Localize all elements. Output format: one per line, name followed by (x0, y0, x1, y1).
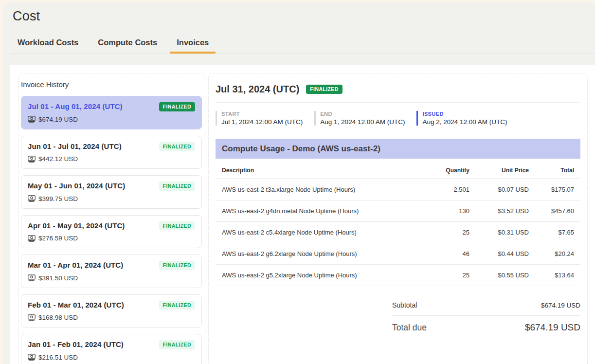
subtotal-label: Subtotal (392, 301, 417, 309)
invoice-amount: $391.50 USD (38, 274, 78, 282)
invoice-period: Apr 01 - May 01, 2024 (UTC) (28, 221, 125, 230)
row-description: AWS us-east-2 t3a.xlarge Node Uptime (Ho… (216, 179, 411, 200)
meta-end-label: END (320, 111, 405, 117)
col-quantity: Quantity (411, 159, 469, 179)
invoice-amount: $276.59 USD (38, 235, 78, 242)
row-unit-price: $0.55 USD (469, 265, 529, 286)
invoice-detail-title: Jul 31, 2024 (UTC) (216, 84, 299, 95)
meta-end: END Aug 1, 2024 12:00 AM (UTC) (314, 111, 405, 126)
table-row: AWS us-east-2 g5.2xlarge Node Uptime (Ho… (216, 265, 580, 286)
invoice-period: Mar 01 - Apr 01, 2024 (UTC) (28, 261, 123, 269)
total-due-label: Total due (392, 323, 427, 333)
status-badge: FINALIZED (159, 261, 195, 270)
meta-issued-value: Aug 2, 2024 12:00 AM (UTC) (422, 118, 507, 126)
banknote-icon (28, 274, 36, 281)
meta-start-label: START (221, 111, 303, 117)
invoice-period: Jun 01 - Jul 01, 2024 (UTC) (28, 142, 122, 150)
table-row: AWS us-east-2 g4dn.metal Node Uptime (Ho… (216, 200, 580, 222)
invoice-amount: $216.51 USD (38, 354, 78, 361)
row-total: $20.24 (529, 243, 580, 265)
row-total: $457.60 (529, 200, 580, 222)
status-badge: FINALIZED (159, 221, 195, 231)
cost-page: Cost Workload Costs Compute Costs Invoic… (3, 2, 595, 364)
invoice-meta-row: START Jul 1, 2024 12:00 AM (UTC) END Aug… (216, 111, 580, 126)
meta-start: START Jul 1, 2024 12:00 AM (UTC) (216, 111, 303, 126)
divider (216, 102, 580, 103)
tab-invoices[interactable]: Invoices (177, 38, 209, 54)
banknote-icon (28, 354, 36, 361)
tab-bar: Workload Costs Compute Costs Invoices (11, 38, 595, 54)
invoice-list-item-jun[interactable]: Jun 01 - Jul 01, 2024 (UTC) FINALIZED $4… (21, 136, 202, 169)
usage-table-header-row: Description Quantity Unit Price Total (216, 159, 580, 179)
row-unit-price: $0.44 USD (469, 243, 529, 265)
row-description: AWS us-east-2 c5.4xlarge Node Uptime (Ho… (216, 222, 411, 243)
invoice-period: Jul 01 - Aug 01, 2024 (UTC) (28, 102, 123, 110)
invoice-list-item-jan[interactable]: Jan 01 - Feb 01, 2024 (UTC) FINALIZED $2… (21, 334, 202, 364)
invoice-list-item-feb[interactable]: Feb 01 - Mar 01, 2024 (UTC) FINALIZED $1… (21, 294, 202, 328)
status-badge: FINALIZED (159, 301, 195, 310)
usage-section-header: Compute Usage - Demo (AWS us-east-2) (216, 139, 580, 159)
usage-table: Description Quantity Unit Price Total AW… (216, 159, 580, 286)
invoice-period: Feb 01 - Mar 01, 2024 (UTC) (28, 301, 124, 309)
row-total: $13.64 (529, 265, 580, 286)
invoice-list-item-apr[interactable]: Apr 01 - May 01, 2024 (UTC) FINALIZED $2… (21, 215, 202, 249)
invoice-list-item-may[interactable]: May 01 - Jun 01, 2024 (UTC) FINALIZED $3… (21, 175, 202, 209)
invoices-content: Invoice History Jul 01 - Aug 01, 2024 (U… (10, 65, 595, 364)
subtotal-value: $674.19 USD (541, 302, 580, 309)
row-description: AWS us-east-2 g4dn.metal Node Uptime (Ho… (216, 200, 411, 222)
invoice-period: Jan 01 - Feb 01, 2024 (UTC) (28, 340, 124, 348)
table-row: AWS us-east-2 t3a.xlarge Node Uptime (Ho… (216, 179, 580, 200)
row-quantity: 46 (411, 243, 469, 265)
invoice-amount: $674.19 USD (38, 116, 78, 123)
invoice-amount: $442.12 USD (38, 155, 78, 163)
invoice-history-title: Invoice History (21, 80, 203, 89)
totals-section: Subtotal $674.19 USD Total due $674.19 U… (392, 301, 580, 333)
page-title: Cost (3, 2, 595, 24)
row-total: $7.65 (529, 222, 580, 243)
invoice-list-item-jul[interactable]: Jul 01 - Aug 01, 2024 (UTC) FINALIZED $6… (21, 96, 202, 129)
status-badge: FINALIZED (306, 85, 342, 94)
meta-start-value: Jul 1, 2024 12:00 AM (UTC) (221, 118, 303, 126)
row-unit-price: $0.31 USD (469, 222, 529, 243)
banknote-icon (28, 235, 36, 242)
row-quantity: 25 (411, 265, 469, 286)
table-row: AWS us-east-2 g6.2xlarge Node Uptime (Ho… (216, 243, 580, 265)
invoice-period: May 01 - Jun 01, 2024 (UTC) (28, 182, 125, 190)
status-badge: FINALIZED (159, 340, 195, 349)
total-due-value: $674.19 USD (525, 322, 580, 333)
status-badge: FINALIZED (159, 142, 195, 151)
row-quantity: 25 (411, 222, 469, 243)
status-badge: FINALIZED (159, 182, 195, 191)
invoice-list-item-mar[interactable]: Mar 01 - Apr 01, 2024 (UTC) FINALIZED $3… (21, 255, 202, 288)
banknote-icon (28, 116, 36, 123)
tab-compute-costs[interactable]: Compute Costs (98, 38, 157, 54)
invoice-amount: $399.75 USD (38, 195, 78, 202)
row-description: AWS us-east-2 g6.2xlarge Node Uptime (Ho… (216, 243, 411, 265)
row-quantity: 2,501 (411, 179, 469, 200)
tab-workload-costs[interactable]: Workload Costs (18, 38, 78, 54)
row-description: AWS us-east-2 g5.2xlarge Node Uptime (Ho… (216, 265, 411, 286)
col-unit-price: Unit Price (469, 159, 529, 179)
row-unit-price: $3.52 USD (469, 200, 529, 222)
invoice-history-panel: Invoice History Jul 01 - Aug 01, 2024 (U… (18, 73, 205, 364)
meta-issued: ISSUED Aug 2, 2024 12:00 AM (UTC) (416, 111, 507, 126)
row-total: $175.07 (529, 179, 580, 200)
banknote-icon (28, 314, 36, 321)
col-total: Total (529, 159, 580, 179)
meta-end-value: Aug 1, 2024 12:00 AM (UTC) (320, 118, 405, 126)
banknote-icon (28, 195, 36, 202)
status-badge: FINALIZED (159, 102, 195, 111)
invoice-detail-panel: Jul 31, 2024 (UTC) FINALIZED START Jul 1… (208, 73, 588, 364)
banknote-icon (28, 156, 36, 163)
invoice-amount: $168.98 USD (38, 314, 78, 321)
row-quantity: 130 (411, 200, 469, 222)
meta-issued-label: ISSUED (422, 111, 507, 117)
col-description: Description (216, 159, 411, 179)
table-row: AWS us-east-2 c5.4xlarge Node Uptime (Ho… (216, 222, 580, 243)
row-unit-price: $0.07 USD (469, 179, 529, 200)
